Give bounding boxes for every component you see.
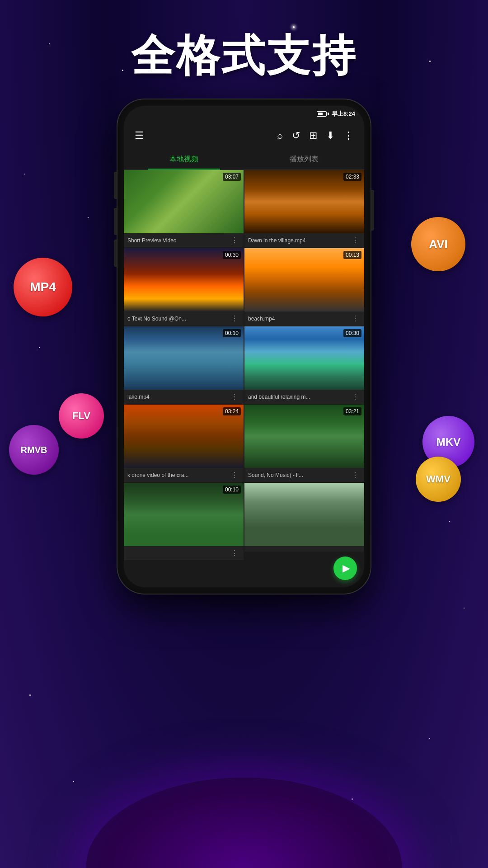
list-item[interactable]: 00:30 and beautiful relaxing m... ⋮ (244, 326, 364, 404)
video-menu-icon[interactable]: ⋮ (350, 471, 361, 479)
video-title: Dawn in the village.mp4 (248, 237, 350, 244)
status-time: 早上8:24 (332, 110, 355, 118)
video-menu-icon[interactable]: ⋮ (229, 236, 240, 245)
list-item[interactable]: 00:10 lake.mp4 ⋮ (124, 326, 244, 404)
grid-icon[interactable]: ⊞ (305, 126, 321, 145)
status-bar: 早上8:24 (124, 106, 364, 122)
tab-local-videos[interactable]: 本地视频 (124, 149, 244, 170)
more-icon[interactable]: ⋮ (340, 126, 357, 145)
video-duration: 03:24 (223, 407, 241, 415)
video-menu-icon[interactable]: ⋮ (350, 314, 361, 323)
video-info: o Text No Sound @On... ⋮ (124, 311, 244, 326)
menu-icon[interactable]: ☰ (131, 126, 147, 145)
list-item[interactable]: 02:33 Dawn in the village.mp4 ⋮ (244, 170, 364, 247)
phone-device: 早上8:24 ☰ ⌕ ↺ ⊞ ⬇ ⋮ 本地视频 播放列表 (117, 99, 371, 594)
video-info: lake.mp4 ⋮ (124, 390, 244, 404)
list-item[interactable]: 00:30 o Text No Sound @On... ⋮ (124, 248, 244, 326)
format-bubble-avi: AVI (411, 217, 465, 271)
toolbar: ☰ ⌕ ↺ ⊞ ⬇ ⋮ (124, 122, 364, 149)
video-menu-icon[interactable]: ⋮ (229, 471, 240, 479)
toolbar-right-icons: ⌕ ↺ ⊞ ⬇ ⋮ (273, 126, 357, 145)
format-bubble-rmvb: RMVB (9, 425, 59, 475)
video-title: Short Preview Video (127, 237, 229, 244)
video-info: Short Preview Video ⋮ (124, 233, 244, 247)
video-grid: 03:07 Short Preview Video ⋮ 02:33 Dawn i… (124, 170, 364, 560)
video-title: beach.mp4 (248, 316, 350, 322)
video-info (244, 546, 364, 552)
download-icon[interactable]: ⬇ (323, 126, 338, 145)
search-icon[interactable]: ⌕ (273, 126, 286, 145)
video-menu-icon[interactable]: ⋮ (229, 392, 240, 401)
fab-play-icon: ▶ (343, 562, 350, 574)
video-title: o Text No Sound @On... (127, 316, 229, 322)
tab-bar: 本地视频 播放列表 (124, 149, 364, 170)
video-info: ⋮ (124, 546, 244, 560)
video-menu-icon[interactable]: ⋮ (350, 236, 361, 245)
video-duration: 00:10 (223, 329, 241, 337)
video-menu-icon[interactable]: ⋮ (229, 549, 240, 557)
list-item[interactable]: 03:24 k drone video of the cra... ⋮ (124, 405, 244, 482)
fab-play-button[interactable]: ▶ (333, 557, 357, 580)
video-info: and beautiful relaxing m... ⋮ (244, 390, 364, 404)
video-duration: 02:33 (343, 173, 361, 181)
list-item[interactable] (244, 483, 364, 560)
format-bubble-mp4: MP4 (14, 258, 72, 316)
battery-icon (317, 111, 329, 117)
video-duration: 00:30 (343, 329, 361, 337)
list-item[interactable]: 03:21 Sound, No Music) - F... ⋮ (244, 405, 364, 482)
list-item[interactable]: 00:13 beach.mp4 ⋮ (244, 248, 364, 326)
video-thumbnail (244, 483, 364, 546)
video-duration: 03:07 (223, 173, 241, 181)
page-title: 全格式支持 (0, 27, 488, 86)
video-title: Sound, No Music) - F... (248, 472, 350, 478)
video-info: beach.mp4 ⋮ (244, 311, 364, 326)
format-bubble-flv: FLV (59, 393, 104, 439)
list-item[interactable]: 03:07 Short Preview Video ⋮ (124, 170, 244, 247)
phone-outer: 早上8:24 ☰ ⌕ ↺ ⊞ ⬇ ⋮ 本地视频 播放列表 (117, 99, 371, 594)
planet-decoration (86, 778, 402, 868)
list-item[interactable]: 00:10 ⋮ (124, 483, 244, 560)
video-title: lake.mp4 (127, 394, 229, 400)
phone-screen: 早上8:24 ☰ ⌕ ↺ ⊞ ⬇ ⋮ 本地视频 播放列表 (124, 106, 364, 587)
video-title: and beautiful relaxing m... (248, 394, 350, 400)
bottom-bar: ▶ (124, 560, 364, 587)
video-duration: 00:10 (223, 486, 241, 494)
video-info: Dawn in the village.mp4 ⋮ (244, 233, 364, 247)
video-duration: 00:30 (223, 251, 241, 259)
video-duration: 03:21 (343, 407, 361, 415)
format-bubble-wmv: WMV (416, 457, 461, 502)
video-info: k drone video of the cra... ⋮ (124, 468, 244, 482)
tab-playlist[interactable]: 播放列表 (244, 149, 364, 170)
video-menu-icon[interactable]: ⋮ (350, 392, 361, 401)
refresh-icon[interactable]: ↺ (288, 126, 304, 145)
video-title: k drone video of the cra... (127, 472, 229, 478)
video-menu-icon[interactable]: ⋮ (229, 314, 240, 323)
video-duration: 00:13 (343, 251, 361, 259)
video-info: Sound, No Music) - F... ⋮ (244, 468, 364, 482)
